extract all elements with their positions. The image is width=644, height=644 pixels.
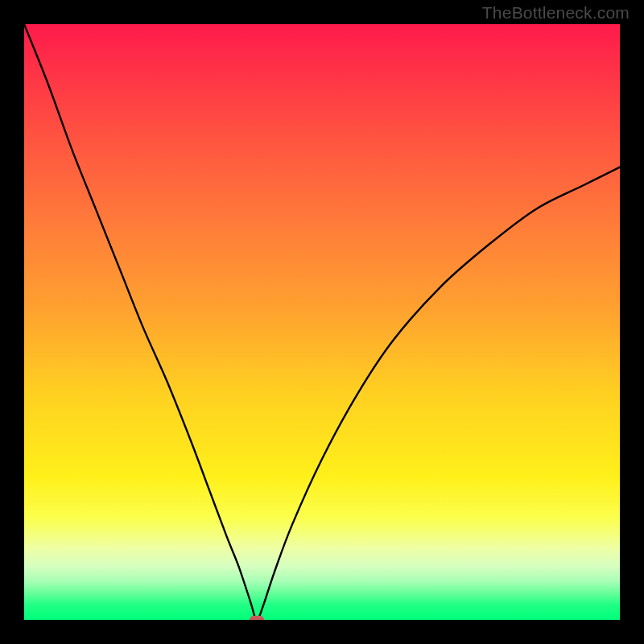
bottleneck-curve-path [24, 24, 620, 620]
bottleneck-curve-svg [24, 24, 620, 620]
optimal-point-marker [250, 616, 264, 620]
watermark-text: TheBottleneck.com [482, 3, 630, 23]
plot-area [24, 24, 620, 620]
outer-frame: TheBottleneck.com [0, 0, 644, 644]
